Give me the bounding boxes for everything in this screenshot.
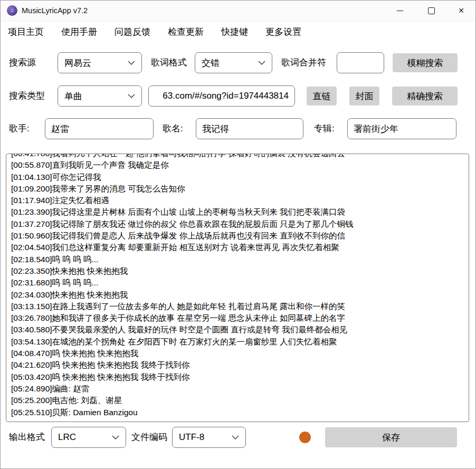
minimize-button[interactable]: [388, 1, 412, 21]
lyric-line: [02:18.540]呜 呜 呜 呜...: [11, 254, 464, 265]
lyrics-content: [00:41.780]我看到几个人站在一起 他们拿着与我相同的行李 探着好奇的脑…: [11, 154, 464, 418]
search-source-value: 网易云: [64, 57, 91, 69]
lyric-line: [03:13.150]在路上我遇到了一位故去多年的人 她是如此年轻 扎着过肩马尾…: [11, 301, 464, 312]
song-url-input[interactable]: [148, 85, 295, 107]
output-format-value: LRC: [58, 432, 76, 443]
song-name-input[interactable]: [196, 118, 303, 139]
lyric-format-label: 歌词格式: [151, 52, 187, 73]
lyric-line: [02:34.030]快来抱抱 快来抱抱我: [11, 289, 464, 301]
lyric-line: [05:25.510]贝斯: Damien Banzigou: [11, 407, 464, 418]
song-name-label: 歌名:: [163, 118, 183, 139]
lyric-line: [02:23.350]快来抱抱 快来抱抱我: [11, 265, 464, 277]
chevron-down-icon: [112, 435, 119, 439]
lyric-line: [05:24.890]编曲: 赵雷: [11, 383, 464, 395]
lyric-line: [01:50.960]我记得我们曾是恋人 后来战争爆发 你上战场后就再也没有回来…: [11, 230, 464, 242]
lyric-line: [04:21.620]呜 快来抱抱 快来抱抱我 我终于找到你: [11, 359, 464, 371]
merge-symbol-label: 歌词合并符: [281, 52, 326, 73]
titlebar: ♫ MusicLyricApp v7.2 ✕: [1, 1, 475, 21]
direct-link-button[interactable]: 直链: [307, 87, 337, 106]
search-type-value: 单曲: [64, 90, 82, 102]
menu-item[interactable]: 项目主页: [8, 26, 44, 38]
lyric-line: [01:17.940]注定失忆着相遇: [11, 195, 464, 206]
lyric-line: [00:55.870]直到我听见一个声音 我确定是你: [11, 159, 464, 171]
maximize-icon: [428, 7, 435, 14]
menu-bar: 项目主页使用手册问题反馈检查更新快捷键更多设置: [1, 21, 475, 42]
lyric-line: [05:03.420]呜 快来抱抱 快来抱抱我 我终于找到你: [11, 371, 464, 383]
lyrics-textarea[interactable]: [00:41.780]我看到几个人站在一起 他们拿着与我相同的行李 探着好奇的脑…: [6, 154, 469, 422]
singer-label: 歌手:: [9, 118, 30, 139]
lyric-format-select[interactable]: 交错: [195, 52, 272, 73]
file-encoding-value: UTF-8: [179, 432, 204, 443]
fuzzy-search-button[interactable]: 模糊搜索: [393, 53, 458, 72]
menu-item[interactable]: 更多设置: [265, 26, 301, 38]
lyric-line: [05:25.200]电吉他: 刘磊、谢星: [11, 395, 464, 406]
lyric-line: [03:54.130]在城池的某个拐角处 在夕阳西下时 在万家灯火的某一扇窗纱里…: [11, 336, 464, 348]
lyric-line: [04:08.470]呜 快来抱抱 快来抱抱我: [11, 348, 464, 359]
exact-search-button[interactable]: 精确搜索: [392, 87, 458, 106]
file-encoding-select[interactable]: UTF-8: [172, 427, 246, 448]
save-button[interactable]: 保存: [325, 427, 457, 447]
status-indicator-dot: [299, 432, 311, 443]
search-type-select[interactable]: 单曲: [58, 85, 142, 107]
lyric-format-value: 交错: [202, 57, 220, 69]
close-button[interactable]: ✕: [449, 1, 473, 21]
merge-symbol-input[interactable]: [337, 52, 384, 73]
menu-item[interactable]: 问题反馈: [115, 26, 150, 38]
cover-button[interactable]: 封面: [349, 87, 379, 106]
output-format-label: 输出格式: [9, 427, 45, 448]
lyric-line: [02:31.680]呜 呜 呜 呜...: [11, 277, 464, 289]
album-input[interactable]: [347, 118, 456, 139]
lyric-line: [01:04.130]可你怎记得我: [11, 171, 464, 183]
singer-input[interactable]: [45, 118, 154, 139]
lyric-line: [03:26.780]她和我讲了很多关于你成长的故事 在星空另一端 思念从未停止…: [11, 312, 464, 324]
lyric-line: [01:23.390]我记得这里是片树林 后面有个山坡 山坡上的枣树每当秋天到来…: [11, 206, 464, 218]
menu-item[interactable]: 快捷键: [221, 26, 248, 38]
lyric-line: [03:40.580]不要哭我最亲爱的人 我最好的玩伴 时空是个圆圈 直行或是转…: [11, 324, 464, 336]
album-label: 专辑:: [314, 118, 335, 139]
search-source-select[interactable]: 网易云: [58, 52, 142, 73]
lyric-line: [01:09.200]我带来了另界的消息 可我怎么告知你: [11, 183, 464, 195]
search-type-label: 搜索类型: [9, 85, 45, 107]
chevron-down-icon: [128, 61, 135, 65]
menu-item[interactable]: 使用手册: [61, 26, 97, 38]
app-icon: ♫: [7, 5, 17, 16]
output-format-select[interactable]: LRC: [51, 427, 126, 448]
close-icon: ✕: [458, 7, 464, 14]
lyric-line: [01:37.270]我记得除了朋友我还 做过你的叔父 你总喜欢跟在我的屁股后面…: [11, 218, 464, 230]
search-source-label: 搜索源: [9, 52, 36, 73]
app-window: ♫ MusicLyricApp v7.2 ✕ 项目主页使用手册问题反馈检查更新快…: [0, 0, 476, 469]
chevron-down-icon: [232, 435, 239, 439]
lyric-line: [02:04.540]我们总这样重复分离 却要重新开始 相互送别对方 说着来世再…: [11, 242, 464, 253]
minimize-icon: [397, 11, 403, 11]
menu-item[interactable]: 检查更新: [168, 26, 204, 38]
maximize-button[interactable]: [419, 1, 443, 21]
lyric-line: [00:41.780]我看到几个人站在一起 他们拿着与我相同的行李 探着好奇的脑…: [11, 154, 464, 159]
chevron-down-icon: [128, 94, 135, 98]
file-encoding-label: 文件编码: [131, 427, 167, 448]
chevron-down-icon: [258, 61, 265, 65]
window-title: MusicLyricApp v7.2: [22, 1, 88, 21]
